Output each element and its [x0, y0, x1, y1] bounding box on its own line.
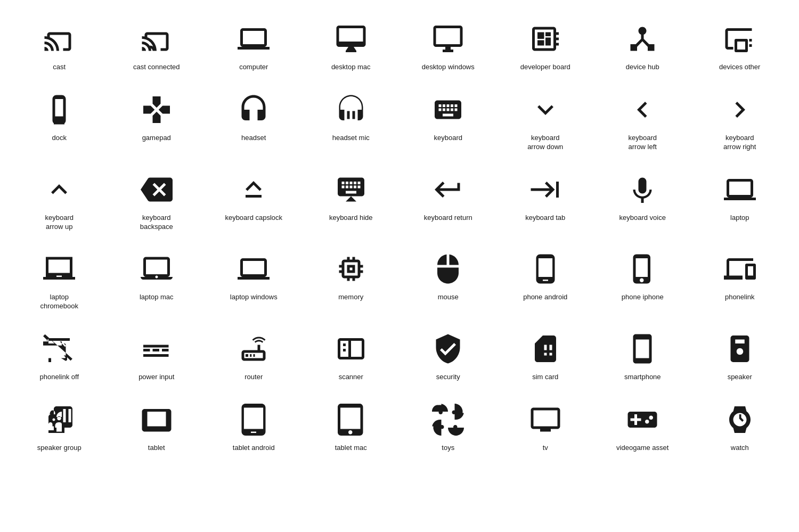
dock-label: dock	[52, 134, 67, 143]
keyboard-arrow-down-icon	[527, 91, 564, 128]
icon-cell-keyboard-hide: keyboard hide	[303, 161, 400, 241]
desktop-mac-label: desktop mac	[331, 63, 371, 72]
cast-connected-icon	[138, 20, 175, 58]
videogame-asset-label: videogame asset	[616, 444, 668, 453]
icon-cell-power-input: power input	[108, 321, 206, 391]
icon-cell-scanner: scanner	[303, 321, 400, 391]
dock-icon	[40, 91, 78, 128]
icon-cell-keyboard-arrow-up: keyboardarrow up	[11, 161, 108, 241]
phonelink-icon	[721, 250, 759, 288]
icon-cell-laptop: laptop	[691, 161, 789, 241]
keyboard-label: keyboard	[434, 134, 462, 143]
icon-cell-cast: cast	[11, 11, 108, 81]
icon-cell-devices-other: devices other	[691, 11, 789, 81]
headset-label: headset	[241, 134, 266, 143]
laptop-chromebook-label: laptopchromebook	[40, 293, 78, 311]
keyboard-return-label: keyboard return	[424, 214, 472, 223]
laptop-label: laptop	[730, 214, 749, 223]
icon-cell-keyboard-arrow-left: keyboardarrow left	[594, 81, 691, 161]
keyboard-arrow-left-label: keyboardarrow left	[629, 134, 657, 152]
laptop-icon	[721, 171, 759, 208]
icon-cell-security: security	[399, 321, 497, 391]
icon-cell-mouse: mouse	[399, 241, 497, 321]
icon-cell-videogame-asset: videogame asset	[594, 391, 691, 462]
headset-mic-icon	[332, 91, 370, 128]
icon-cell-desktop-mac: desktop mac	[303, 11, 400, 81]
mouse-icon	[429, 250, 467, 288]
keyboard-backspace-icon	[138, 171, 175, 208]
keyboard-arrow-left-icon	[624, 91, 661, 128]
icon-cell-tablet-android: tablet android	[205, 391, 303, 462]
tablet-android-icon	[235, 401, 272, 438]
sim-card-icon	[527, 330, 564, 367]
icon-cell-keyboard: keyboard	[399, 81, 497, 161]
icon-cell-smartphone: smartphone	[594, 321, 691, 391]
speaker-label: speaker	[728, 373, 752, 382]
icon-cell-desktop-windows: desktop windows	[399, 11, 497, 81]
tv-label: tv	[543, 444, 548, 453]
icon-cell-speaker-group: speaker group	[11, 391, 108, 462]
headset-mic-label: headset mic	[332, 134, 370, 143]
icon-cell-headset: headset	[205, 81, 303, 161]
phone-iphone-label: phone iphone	[622, 293, 664, 302]
keyboard-capslock-icon	[235, 171, 272, 208]
speaker-group-label: speaker group	[37, 444, 81, 453]
keyboard-arrow-right-icon	[721, 91, 759, 128]
icon-cell-cast-connected: cast connected	[108, 11, 206, 81]
device-hub-icon	[624, 20, 661, 58]
icon-cell-tablet: tablet	[108, 391, 206, 462]
smartphone-icon	[624, 330, 661, 367]
desktop-windows-label: desktop windows	[422, 63, 475, 72]
devices-other-icon	[721, 20, 759, 58]
keyboard-hide-icon	[332, 171, 370, 208]
power-input-icon	[138, 330, 175, 367]
icon-cell-keyboard-arrow-down: keyboardarrow down	[497, 81, 594, 161]
toys-label: toys	[442, 444, 454, 453]
tablet-label: tablet	[148, 444, 165, 453]
speaker-group-icon	[40, 401, 78, 438]
icon-cell-watch: watch	[691, 391, 789, 462]
tablet-mac-icon	[332, 401, 370, 438]
tablet-icon	[138, 401, 175, 438]
icon-cell-phone-android: phone android	[497, 241, 594, 321]
laptop-mac-label: laptop mac	[140, 293, 174, 302]
laptop-windows-label: laptop windows	[230, 293, 278, 302]
scanner-label: scanner	[339, 373, 363, 382]
icon-cell-toys: toys	[399, 391, 497, 462]
icon-cell-keyboard-backspace: keyboardbackspace	[108, 161, 206, 241]
videogame-asset-icon	[624, 401, 661, 438]
watch-icon	[721, 401, 759, 438]
phone-iphone-icon	[624, 250, 661, 288]
gamepad-icon	[138, 91, 175, 128]
keyboard-capslock-label: keyboard capslock	[225, 214, 282, 223]
cast-icon	[40, 20, 78, 58]
desktop-mac-icon	[332, 20, 370, 58]
icon-cell-laptop-chromebook: laptopchromebook	[11, 241, 108, 321]
icon-cell-tablet-mac: tablet mac	[303, 391, 400, 462]
laptop-chromebook-icon	[40, 250, 78, 288]
laptop-windows-icon	[235, 250, 272, 288]
tablet-mac-label: tablet mac	[335, 444, 367, 453]
keyboard-arrow-down-label: keyboardarrow down	[527, 134, 563, 152]
computer-icon	[235, 20, 272, 58]
phonelink-off-label: phonelink off	[40, 373, 79, 382]
icon-cell-computer: computer	[205, 11, 303, 81]
security-label: security	[436, 373, 460, 382]
sim-card-label: sim card	[532, 373, 558, 382]
keyboard-hide-label: keyboard hide	[329, 214, 373, 223]
icon-cell-laptop-mac: laptop mac	[108, 241, 206, 321]
keyboard-backspace-label: keyboardbackspace	[140, 214, 173, 232]
tv-icon	[527, 401, 564, 438]
keyboard-voice-label: keyboard voice	[619, 214, 666, 223]
device-hub-label: device hub	[626, 63, 659, 72]
speaker-icon	[721, 330, 759, 367]
computer-label: computer	[239, 63, 268, 72]
icon-cell-sim-card: sim card	[497, 321, 594, 391]
mouse-label: mouse	[438, 293, 459, 302]
phonelink-label: phonelink	[725, 293, 755, 302]
developer-board-label: developer board	[520, 63, 570, 72]
smartphone-label: smartphone	[624, 373, 661, 382]
toys-icon	[429, 401, 467, 438]
headset-icon	[235, 91, 272, 128]
memory-icon	[332, 250, 370, 288]
